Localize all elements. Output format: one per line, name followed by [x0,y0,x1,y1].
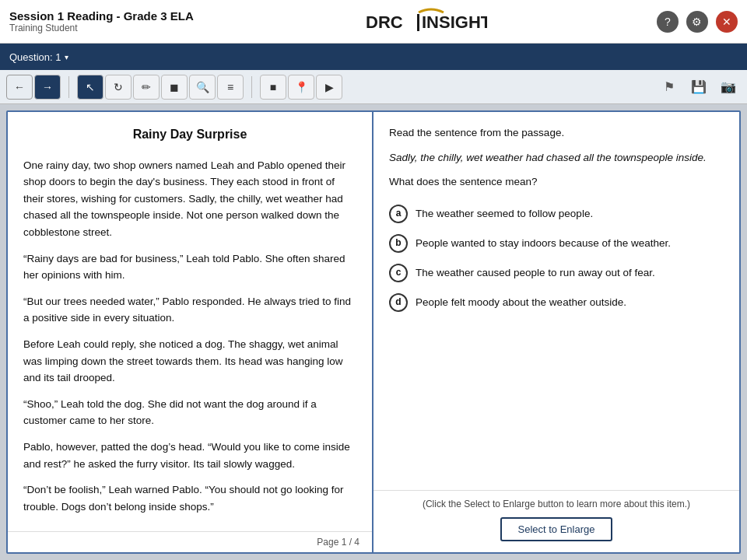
question-bar[interactable]: Question: 1 ▾ [0,44,747,70]
passage-paragraph: One rainy day, two shop owners named Lea… [23,157,356,241]
passage-paragraph: “Don’t be foolish,” Leah warned Pablo. “… [23,481,356,515]
toolbar-divider-2 [251,76,252,98]
question-label-text: Question: 1 [9,51,61,63]
app-header: Session 1 Reading - Grade 3 ELA Training… [0,0,747,44]
question-text: What does the sentence mean? [389,173,724,191]
media-group: ■ 📍 ▶ [260,75,342,100]
passage-panel: Rainy Day Surprise One rainy day, two sh… [8,112,374,552]
answer-options: aThe weather seemed to follow people.bPe… [389,205,724,312]
save-button[interactable]: 💾 [686,75,711,100]
play-tool-button[interactable]: ▶ [316,75,342,100]
passage-paragraph: Before Leah could reply, she noticed a d… [23,336,356,387]
session-title: Session 1 Reading - Grade 3 ELA [9,9,194,23]
option-circle-a: a [389,205,408,223]
camera-button[interactable]: 📷 [716,75,741,100]
tools-group: ↖ ↻ ✏ ◼ 🔍 ≡ [77,75,244,100]
passage-paragraphs: One rainy day, two shop owners named Lea… [23,157,356,516]
toolbar-divider-1 [68,76,69,98]
flag-button[interactable]: ⚑ [657,75,682,100]
back-button[interactable]: ← [6,75,33,100]
answer-option-b[interactable]: bPeople wanted to stay indoors because o… [389,234,724,253]
strikethrough-tool-button[interactable]: ≡ [217,75,244,100]
passage-paragraph: “Rainy days are bad for business,” Leah … [23,250,356,284]
passage-title: Rainy Day Surprise [23,124,356,145]
settings-button[interactable]: ⚙ [686,11,708,33]
answer-option-d[interactable]: dPeople felt moody about the weather out… [389,293,724,312]
bookmark-tool-button[interactable]: ◼ [161,75,188,100]
select-to-enlarge-button[interactable]: Select to Enlarge [500,517,612,541]
toolbar-right: ⚑ 💾 📷 [657,75,741,100]
toolbar: ← → ↖ ↻ ✏ ◼ 🔍 ≡ ■ 📍 ▶ ⚑ 💾 📷 [0,70,747,104]
help-button[interactable]: ? [657,11,679,33]
passage-paragraph: “Shoo,” Leah told the dog. She did not w… [23,396,356,429]
question-prompt: Read the sentence from the passage. [389,124,724,142]
nav-group: ← → [6,75,61,100]
drc-insight-logo: DRC INSIGHT [363,6,487,37]
question-dropdown-arrow: ▾ [65,53,68,61]
answer-option-c[interactable]: cThe weather caused people to run away o… [389,264,724,282]
zoom-tool-button[interactable]: 🔍 [189,75,216,100]
svg-rect-1 [417,14,419,31]
question-content: Read the sentence from the passage. Sadl… [374,112,739,490]
rotate-tool-button[interactable]: ↻ [105,75,132,100]
pointer-tool-button[interactable]: ↖ [77,75,103,100]
answer-option-a[interactable]: aThe weather seemed to follow people. [389,205,724,223]
content-panels: Rainy Day Surprise One rainy day, two sh… [6,110,741,554]
header-icons: ? ⚙ ✕ [657,11,738,33]
close-button[interactable]: ✕ [716,11,738,33]
passage-content: Rainy Day Surprise One rainy day, two sh… [8,112,372,531]
highlight-tool-button[interactable]: ✏ [133,75,160,100]
svg-text:INSIGHT: INSIGHT [422,12,487,32]
question-panel: Read the sentence from the passage. Sadl… [374,112,739,552]
header-left: Session 1 Reading - Grade 3 ELA Training… [9,9,194,33]
option-text-c: The weather caused people to run away ou… [416,264,655,281]
option-text-a: The weather seemed to follow people. [416,205,593,222]
option-circle-c: c [389,264,408,282]
enlarge-note: (Click the Select to Enlarge button to l… [423,499,690,509]
option-text-b: People wanted to stay indoors because of… [416,234,671,251]
passage-paragraph: Pablo, however, patted the dog’s head. “… [23,439,356,472]
student-name: Training Student [9,23,194,33]
option-circle-d: d [389,293,408,312]
app-logo: DRC INSIGHT [363,6,487,37]
main-content: Rainy Day Surprise One rainy day, two sh… [0,104,747,560]
svg-text:DRC: DRC [366,12,403,32]
passage-footer: Page 1 / 4 [8,531,372,552]
option-text-d: People felt moody about the weather outs… [416,293,626,310]
question-selector[interactable]: Question: 1 ▾ [9,51,68,63]
passage-paragraph: “But our trees needed water,” Pablo resp… [23,293,356,327]
option-circle-b: b [389,234,408,253]
pin-tool-button[interactable]: 📍 [288,75,314,100]
question-sentence: Sadly, the chilly, wet weather had chase… [389,149,724,166]
forward-button[interactable]: → [34,75,61,100]
question-footer: (Click the Select to Enlarge button to l… [374,490,739,552]
stop-tool-button[interactable]: ■ [260,75,286,100]
